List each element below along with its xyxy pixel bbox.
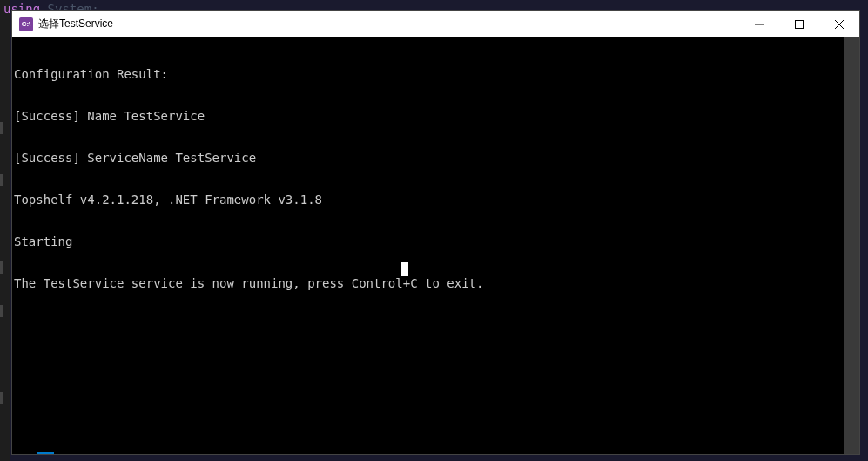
editor-bottom-tabs <box>0 452 54 461</box>
window-titlebar[interactable]: C:\ 选择TestService <box>12 11 859 37</box>
maximize-button[interactable] <box>779 11 819 37</box>
console-line: Starting <box>14 234 858 248</box>
console-window: C:\ 选择TestService Con <box>11 10 860 455</box>
window-icon: C:\ <box>19 17 33 31</box>
console-line: Configuration Result: <box>14 67 858 81</box>
window-title: 选择TestService <box>38 17 739 31</box>
console-line: Topshelf v4.2.1.218, .NET Framework v3.1… <box>14 193 858 207</box>
text-cursor <box>401 262 408 276</box>
console-line: [Success] Name TestService <box>14 109 858 123</box>
console-line: The TestService service is now running, … <box>14 276 858 290</box>
svg-rect-1 <box>796 20 804 28</box>
gutter-marker <box>0 305 3 317</box>
gutter-marker <box>0 174 3 186</box>
gutter-marker <box>0 261 3 274</box>
maximize-icon <box>795 20 804 29</box>
window-icon-text: C:\ <box>22 20 31 28</box>
gutter-marker <box>0 122 3 134</box>
vertical-scrollbar[interactable] <box>844 37 859 454</box>
close-icon <box>835 20 844 29</box>
close-button[interactable] <box>819 11 859 37</box>
minimize-icon <box>755 20 764 29</box>
editor-gutter <box>0 0 10 461</box>
bottom-tab-active[interactable] <box>37 452 54 459</box>
minimize-button[interactable] <box>739 11 779 37</box>
console-output: Configuration Result: [Success] Name Tes… <box>14 39 858 318</box>
scrollbar-thumb[interactable] <box>844 37 859 454</box>
bottom-tab[interactable] <box>17 452 35 459</box>
console-line: [Success] ServiceName TestService <box>14 151 858 165</box>
gutter-marker <box>0 392 3 404</box>
console-body[interactable]: Configuration Result: [Success] Name Tes… <box>12 37 859 454</box>
window-controls <box>739 11 859 37</box>
